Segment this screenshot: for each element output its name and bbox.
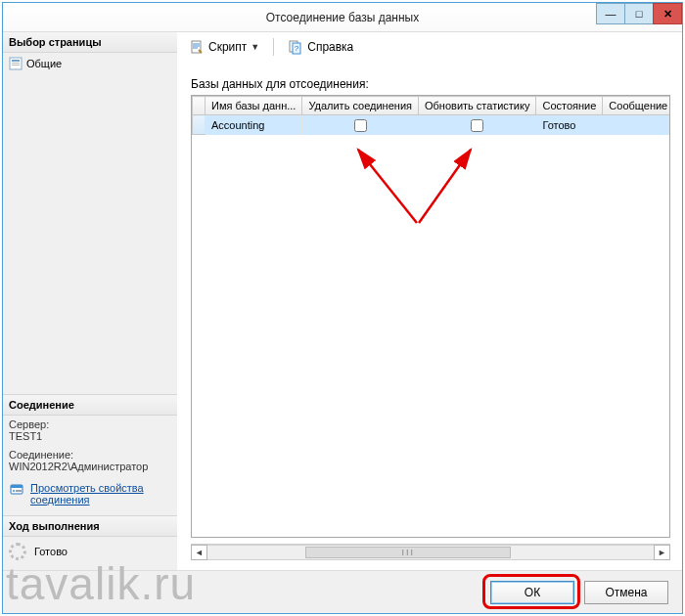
- sidebar-item-label: Общие: [26, 58, 62, 69]
- window-title: Отсоединение базы данных: [3, 11, 682, 24]
- dialog-window: Отсоединение базы данных — □ ✕ Выбор стр…: [2, 2, 683, 614]
- scroll-left-button[interactable]: ◄: [191, 545, 207, 560]
- main-panel: Скрипт ▼ ? Справка Базы данны: [177, 32, 682, 570]
- connection-section: Соединение Сервер: TEST1 Соединение: WIN…: [3, 394, 177, 515]
- svg-rect-2: [12, 63, 20, 64]
- cell-message: [603, 115, 670, 135]
- col-drop-connections[interactable]: Удалить соединения: [302, 97, 419, 115]
- drop-connections-checkbox[interactable]: [354, 119, 367, 132]
- connection-value: WIN2012R2\Администратор: [9, 461, 171, 476]
- cell-update-statistics: [419, 115, 536, 135]
- connection-header: Соединение: [3, 395, 177, 416]
- titlebar: Отсоединение базы данных — □ ✕: [3, 3, 682, 32]
- chevron-down-icon: ▼: [251, 42, 259, 52]
- svg-text:?: ?: [295, 44, 299, 53]
- maximize-button[interactable]: □: [624, 3, 654, 24]
- svg-rect-3: [12, 65, 20, 66]
- script-button[interactable]: Скрипт ▼: [185, 37, 263, 57]
- close-button[interactable]: ✕: [653, 3, 682, 24]
- scroll-right-button[interactable]: ►: [654, 545, 670, 560]
- table-row[interactable]: Accounting Готово: [193, 115, 671, 135]
- update-statistics-checkbox[interactable]: [471, 119, 483, 132]
- minimize-icon: —: [606, 8, 616, 20]
- script-label: Скрипт: [208, 40, 247, 54]
- progress-spinner-icon: [9, 543, 26, 560]
- connection-label: Соединение:: [9, 449, 171, 461]
- cell-db-name: Accounting: [206, 115, 302, 135]
- databases-table: Имя базы данн... Удалить соединения Обно…: [192, 96, 670, 135]
- svg-rect-1: [12, 60, 20, 62]
- svg-line-12: [358, 150, 417, 223]
- progress-section: Ход выполнения Готово: [3, 515, 177, 570]
- maximize-icon: □: [636, 8, 643, 20]
- horizontal-scrollbar[interactable]: ◄ III ►: [191, 544, 670, 560]
- connection-properties-icon: [9, 482, 24, 498]
- view-connection-properties-link[interactable]: Просмотреть свойства соединения: [30, 482, 171, 506]
- toolbar: Скрипт ▼ ? Справка: [177, 32, 682, 62]
- script-icon: [189, 39, 205, 55]
- cancel-button[interactable]: Отмена: [584, 581, 668, 604]
- server-value: TEST1: [9, 430, 171, 446]
- page-icon: [9, 57, 23, 70]
- row-header-corner: [193, 97, 206, 115]
- scroll-thumb[interactable]: III: [305, 547, 511, 558]
- sidebar: Выбор страницы Общие Соеди: [3, 32, 177, 570]
- col-state[interactable]: Состояние: [536, 97, 603, 115]
- col-message[interactable]: Сообщение: [603, 97, 670, 115]
- dialog-body: Выбор страницы Общие Соеди: [3, 32, 682, 570]
- window-controls: — □ ✕: [596, 3, 682, 24]
- page-select-header: Выбор страницы: [3, 32, 177, 53]
- col-name[interactable]: Имя базы данн...: [206, 97, 302, 115]
- help-label: Справка: [307, 40, 353, 54]
- svg-line-13: [419, 150, 471, 223]
- content-area: Базы данных для отсоединения:: [177, 62, 682, 570]
- progress-header: Ход выполнения: [3, 516, 177, 537]
- databases-grid: Имя базы данн... Удалить соединения Обно…: [191, 95, 670, 538]
- page-list: Общие: [3, 53, 177, 82]
- svg-point-6: [13, 490, 15, 492]
- svg-rect-5: [11, 485, 23, 488]
- view-connection-properties[interactable]: Просмотреть свойства соединения: [3, 476, 177, 515]
- svg-rect-7: [16, 490, 22, 491]
- help-button[interactable]: ? Справка: [284, 37, 357, 57]
- help-icon: ?: [288, 39, 303, 55]
- server-label: Сервер:: [9, 418, 171, 430]
- dialog-footer: ОК Отмена: [3, 570, 682, 613]
- toolbar-separator: [273, 38, 274, 56]
- minimize-button[interactable]: —: [596, 3, 625, 24]
- close-icon: ✕: [663, 8, 672, 21]
- cell-drop-connections: [302, 115, 419, 135]
- row-header-cell: [193, 115, 206, 135]
- progress-status: Готово: [34, 546, 68, 557]
- scroll-track[interactable]: III: [207, 545, 654, 560]
- sidebar-item-general[interactable]: Общие: [9, 55, 171, 76]
- table-header-row: Имя базы данн... Удалить соединения Обно…: [193, 97, 671, 115]
- databases-label: Базы данных для отсоединения:: [191, 77, 670, 91]
- col-update-statistics[interactable]: Обновить статистику: [419, 97, 536, 115]
- ok-button[interactable]: ОК: [490, 581, 574, 604]
- cell-state: Готово: [536, 115, 603, 135]
